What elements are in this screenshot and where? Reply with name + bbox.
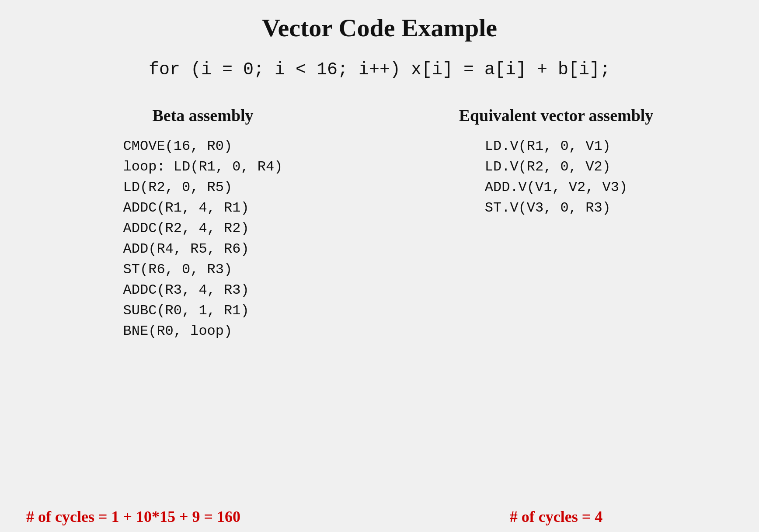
beta-instr-9: BNE(R0, loop) bbox=[123, 323, 233, 339]
vector-column: Equivalent vector assembly LD.V(R1, 0, V… bbox=[380, 106, 733, 532]
vector-cycles: # of cycles = 4 bbox=[380, 508, 733, 526]
beta-instr-6: ST(R6, 0, R3) bbox=[123, 261, 233, 278]
vector-instr-3: ST.V(V3, 0, R3) bbox=[485, 200, 611, 216]
beta-heading: Beta assembly bbox=[152, 106, 253, 125]
beta-instr-2: LD(R2, 0, R5) bbox=[123, 179, 233, 195]
page-container: Vector Code Example for (i = 0; i < 16; … bbox=[0, 0, 759, 532]
beta-column: Beta assembly CMOVE(16, R0) loop: LD(R1,… bbox=[26, 106, 380, 532]
beta-instr-5: ADD(R4, R5, R6) bbox=[123, 241, 249, 257]
beta-instr-0: CMOVE(16, R0) bbox=[123, 138, 233, 154]
beta-instr-4: ADDC(R2, 4, R2) bbox=[123, 220, 249, 236]
beta-instr-8: SUBC(R0, 1, R1) bbox=[123, 303, 249, 319]
for-loop-line: for (i = 0; i < 16; i++) x[i] = a[i] + b… bbox=[149, 60, 610, 80]
vector-instr-1: LD.V(R2, 0, V2) bbox=[485, 159, 611, 175]
beta-instr-1: loop: LD(R1, 0, R4) bbox=[123, 159, 283, 175]
vector-heading: Equivalent vector assembly bbox=[459, 106, 654, 125]
columns-container: Beta assembly CMOVE(16, R0) loop: LD(R1,… bbox=[0, 106, 759, 532]
page-title: Vector Code Example bbox=[262, 13, 497, 42]
vector-asm-block: LD.V(R1, 0, V1) LD.V(R2, 0, V2) ADD.V(V1… bbox=[485, 138, 627, 216]
beta-instr-3: ADDC(R1, 4, R1) bbox=[123, 200, 249, 216]
beta-cycles: # of cycles = 1 + 10*15 + 9 = 160 bbox=[26, 508, 380, 526]
vector-instr-2: ADD.V(V1, V2, V3) bbox=[485, 179, 627, 195]
beta-asm-block: CMOVE(16, R0) loop: LD(R1, 0, R4) LD(R2,… bbox=[123, 138, 283, 339]
bottom-bar: # of cycles = 1 + 10*15 + 9 = 160 # of c… bbox=[0, 501, 759, 532]
vector-instr-0: LD.V(R1, 0, V1) bbox=[485, 138, 611, 154]
beta-instr-7: ADDC(R3, 4, R3) bbox=[123, 282, 249, 298]
